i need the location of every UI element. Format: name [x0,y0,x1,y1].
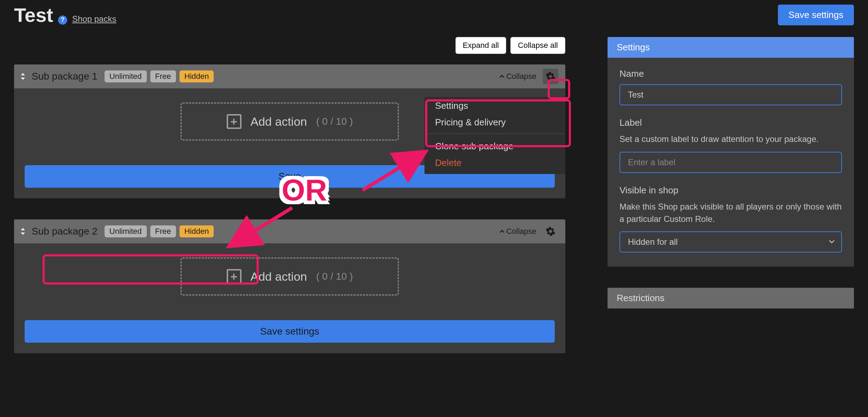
add-action-label: Add action [251,270,307,284]
plus-icon: + [227,114,241,129]
gear-button[interactable] [543,69,558,84]
gear-icon [546,71,555,81]
settings-panel: Settings Name Label Set a custom label t… [608,37,854,267]
package-name: Sub package 2 [32,226,98,237]
chevron-up-icon [499,229,505,234]
collapse-all-button[interactable]: Collapse all [510,37,565,54]
drag-handle-icon[interactable] [14,72,32,81]
badge-unlimited: Unlimited [105,225,147,237]
annotation-or-label: OR [282,173,327,207]
package-header: Sub package 1 Unlimited Free Hidden Coll… [14,64,565,88]
gear-button[interactable] [543,224,558,239]
add-action-count: ( 0 / 10 ) [316,271,353,282]
add-action-button[interactable]: + Add action ( 0 / 10 ) [181,257,399,295]
collapse-toggle[interactable]: Collapse [499,72,536,81]
add-action-label: Add action [251,115,307,129]
expand-all-button[interactable]: Expand all [455,37,507,54]
gear-icon [546,226,555,236]
label-description: Set a custom label to draw attention to … [619,133,842,145]
chevron-up-icon [499,74,505,79]
dropdown-divider [424,133,565,134]
settings-panel-title: Settings [608,37,854,58]
package-name: Sub package 1 [32,71,98,82]
badge-free: Free [150,225,176,237]
visible-description: Make this Shop pack visible to all playe… [619,201,842,225]
dropdown-clone[interactable]: Clone sub package [424,137,565,154]
save-settings-button[interactable]: Save settings [778,5,854,25]
dropdown-delete[interactable]: Delete [424,154,565,174]
collapse-toggle[interactable]: Collapse [499,227,536,236]
restrictions-panel: Restrictions [608,288,854,309]
label-label: Label [619,117,842,128]
collapse-label: Collapse [506,227,536,236]
drag-handle-icon[interactable] [14,227,32,236]
package-card: Sub package 2 Unlimited Free Hidden Coll… [14,219,565,353]
restrictions-panel-title: Restrictions [608,288,854,309]
package-header: Sub package 2 Unlimited Free Hidden Coll… [14,219,565,243]
badge-free: Free [150,70,176,82]
visible-label: Visible in shop [619,185,842,196]
collapse-label: Collapse [506,72,536,81]
badge-hidden: Hidden [180,70,214,82]
save-package-button[interactable]: Save settings [25,320,555,343]
label-input[interactable] [619,152,842,173]
page-title: Test [14,4,53,26]
plus-icon: + [227,269,241,284]
dropdown-settings[interactable]: Settings [424,97,565,113]
gear-dropdown: Settings Pricing & delivery Clone sub pa… [424,97,565,174]
badge-unlimited: Unlimited [105,70,147,82]
breadcrumb-shop-packs[interactable]: Shop packs [72,14,116,24]
name-label: Name [619,68,842,79]
add-action-button[interactable]: + Add action ( 0 / 10 ) [181,102,399,141]
add-action-count: ( 0 / 10 ) [316,116,353,127]
badge-hidden: Hidden [180,225,214,237]
help-icon[interactable]: ? [58,15,67,25]
name-input[interactable] [619,84,842,105]
dropdown-pricing[interactable]: Pricing & delivery [424,113,565,130]
visible-select[interactable]: Hidden for all [619,231,842,253]
